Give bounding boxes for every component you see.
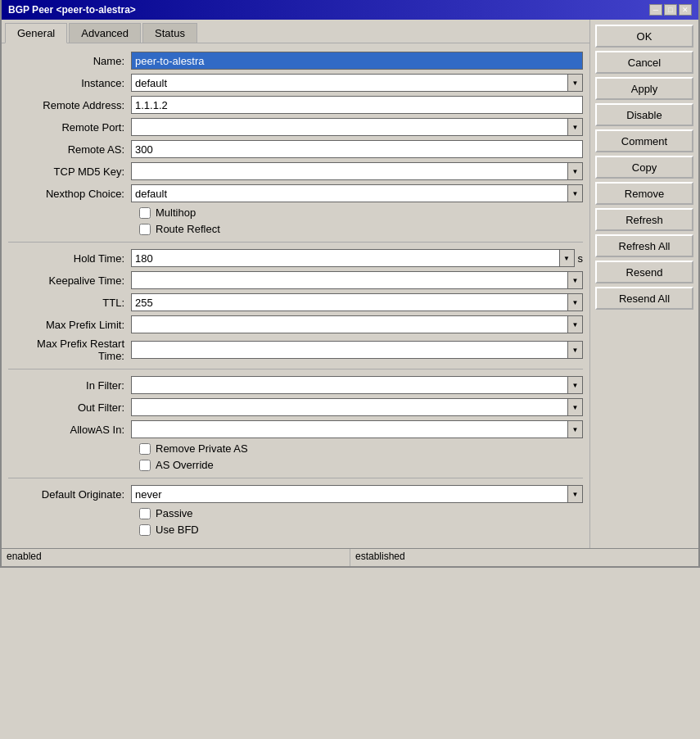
allowas-in-field: ▼ — [131, 420, 583, 438]
hold-time-label: Hold Time: — [8, 252, 131, 265]
content-area: General Advanced Status Name: Instance: … — [2, 20, 698, 548]
resend-button[interactable]: Resend — [595, 261, 693, 283]
remote-port-dropdown-btn[interactable]: ▼ — [568, 118, 583, 136]
out-filter-label: Out Filter: — [8, 401, 131, 414]
tcp-md5-key-input[interactable] — [131, 162, 568, 180]
tab-status[interactable]: Status — [142, 23, 197, 43]
multihop-row: Multihop — [8, 206, 583, 219]
minimize-button[interactable]: ─ — [649, 4, 662, 16]
in-filter-dropdown-btn[interactable]: ▼ — [568, 376, 583, 394]
multihop-checkbox[interactable] — [139, 207, 151, 219]
instance-dropdown-btn[interactable]: ▼ — [568, 74, 583, 92]
remote-port-field: ▼ — [131, 118, 583, 136]
keepalive-time-dropdown-btn[interactable]: ▼ — [568, 271, 583, 289]
use-bfd-label: Use BFD — [156, 524, 199, 536]
instance-label: Instance: — [8, 77, 131, 89]
max-prefix-restart-time-row: Max Prefix Restart Time: ▼ — [8, 338, 583, 362]
disable-button[interactable]: Disable — [595, 103, 693, 126]
tab-general[interactable]: General — [5, 23, 67, 43]
instance-row: Instance: ▼ — [8, 74, 583, 92]
remote-port-row: Remote Port: ▼ — [8, 118, 583, 136]
refresh-button[interactable]: Refresh — [595, 208, 693, 231]
copy-button[interactable]: Copy — [595, 156, 693, 179]
remote-as-label: Remote AS: — [8, 143, 131, 156]
right-panel: OK Cancel Apply Disable Comment Copy Rem… — [590, 20, 698, 548]
max-prefix-limit-input[interactable] — [131, 315, 568, 333]
default-originate-dropdown-btn[interactable]: ▼ — [568, 485, 583, 503]
hold-time-dropdown-btn[interactable]: ▼ — [560, 249, 575, 267]
ttl-field: ▼ — [131, 293, 583, 311]
as-override-checkbox[interactable] — [139, 460, 151, 471]
use-bfd-row: Use BFD — [8, 524, 583, 536]
as-override-label: AS Override — [156, 459, 214, 471]
default-originate-label: Default Originate: — [8, 488, 131, 501]
remove-private-as-label: Remove Private AS — [156, 442, 248, 455]
status-left: enabled — [2, 549, 350, 566]
tcp-md5-key-row: TCP MD5 Key: ▼ — [8, 162, 583, 180]
max-prefix-limit-field: ▼ — [131, 315, 583, 333]
nexthop-choice-row: Nexthop Choice: ▼ — [8, 184, 583, 202]
hold-time-unit: s — [575, 252, 584, 265]
close-button[interactable]: ✕ — [679, 4, 692, 16]
nexthop-choice-dropdown-btn[interactable]: ▼ — [568, 184, 583, 202]
default-originate-row: Default Originate: ▼ — [8, 485, 583, 503]
in-filter-row: In Filter: ▼ — [8, 376, 583, 394]
window-title: BGP Peer <peer-to-alestra> — [8, 4, 136, 16]
allowas-in-row: AllowAS In: ▼ — [8, 420, 583, 438]
in-filter-label: In Filter: — [8, 379, 131, 392]
out-filter-row: Out Filter: ▼ — [8, 398, 583, 416]
tab-advanced[interactable]: Advanced — [69, 23, 141, 43]
in-filter-input[interactable] — [131, 376, 568, 394]
maximize-button[interactable]: □ — [664, 4, 677, 16]
max-prefix-limit-dropdown-btn[interactable]: ▼ — [568, 315, 583, 333]
max-prefix-limit-row: Max Prefix Limit: ▼ — [8, 315, 583, 333]
use-bfd-checkbox[interactable] — [139, 524, 151, 536]
tcp-md5-key-dropdown-btn[interactable]: ▼ — [568, 162, 583, 180]
max-prefix-restart-time-field: ▼ — [131, 341, 583, 359]
out-filter-dropdown-btn[interactable]: ▼ — [568, 398, 583, 416]
passive-checkbox[interactable] — [139, 508, 151, 519]
remove-private-as-checkbox[interactable] — [139, 443, 151, 455]
refresh-all-button[interactable]: Refresh All — [595, 234, 693, 257]
in-filter-field: ▼ — [131, 376, 583, 394]
passive-row: Passive — [8, 507, 583, 519]
remote-as-input[interactable] — [131, 140, 583, 158]
cancel-button[interactable]: Cancel — [595, 51, 693, 74]
remove-button[interactable]: Remove — [595, 182, 693, 205]
remote-port-input[interactable] — [131, 118, 568, 136]
keepalive-time-row: Keepalive Time: ▼ — [8, 271, 583, 289]
apply-button[interactable]: Apply — [595, 77, 693, 100]
max-prefix-restart-time-label: Max Prefix Restart Time: — [8, 338, 131, 362]
route-reflect-row: Route Reflect — [8, 223, 583, 235]
tcp-md5-key-label: TCP MD5 Key: — [8, 165, 131, 178]
allowas-in-label: AllowAS In: — [8, 424, 131, 436]
route-reflect-label: Route Reflect — [156, 223, 220, 235]
allowas-in-input[interactable] — [131, 420, 568, 438]
max-prefix-restart-time-dropdown-btn[interactable]: ▼ — [568, 341, 583, 359]
default-originate-input[interactable] — [131, 485, 568, 503]
keepalive-time-input[interactable] — [131, 271, 568, 289]
comment-button[interactable]: Comment — [595, 129, 693, 152]
nexthop-choice-input[interactable] — [131, 184, 568, 202]
ttl-row: TTL: ▼ — [8, 293, 583, 311]
remote-as-row: Remote AS: — [8, 140, 583, 158]
instance-field: ▼ — [131, 74, 583, 92]
ttl-dropdown-btn[interactable]: ▼ — [568, 293, 583, 311]
remote-address-label: Remote Address: — [8, 99, 131, 111]
remote-port-label: Remote Port: — [8, 121, 131, 134]
ttl-input[interactable] — [131, 293, 568, 311]
name-input[interactable] — [131, 52, 583, 70]
route-reflect-checkbox[interactable] — [139, 224, 151, 235]
instance-input[interactable] — [131, 74, 568, 92]
remove-private-as-row: Remove Private AS — [8, 442, 583, 455]
remote-address-input[interactable] — [131, 96, 583, 114]
resend-all-button[interactable]: Resend All — [595, 287, 693, 310]
hold-time-field: ▼ — [131, 249, 575, 267]
divider-3 — [8, 478, 583, 478]
out-filter-input[interactable] — [131, 398, 568, 416]
allowas-in-dropdown-btn[interactable]: ▼ — [568, 420, 583, 438]
hold-time-row: Hold Time: ▼ s — [8, 249, 583, 267]
hold-time-input[interactable] — [131, 249, 560, 267]
ok-button[interactable]: OK — [595, 25, 693, 48]
max-prefix-restart-time-input[interactable] — [131, 341, 568, 359]
